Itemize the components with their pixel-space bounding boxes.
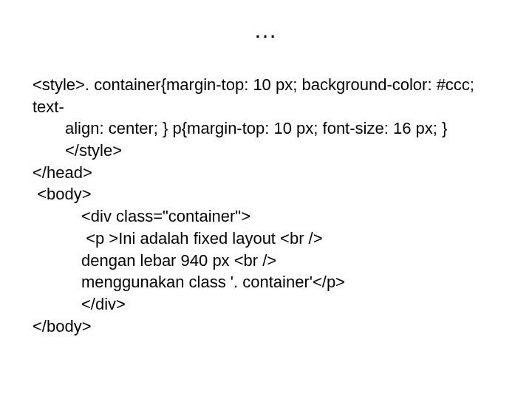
code-line: </body> xyxy=(33,316,499,338)
slide-title: … xyxy=(0,16,532,44)
code-block: <style>. container{margin-top: 10 px; ba… xyxy=(33,74,499,337)
code-line: dengan lebar 940 px <br /> xyxy=(33,250,499,272)
code-line: <p >Ini adalah fixed layout <br /> xyxy=(33,228,499,250)
code-line: </head> xyxy=(33,162,499,184)
code-line: align: center; } p{margin-top: 10 px; fo… xyxy=(33,117,499,161)
code-line: <div class="container"> xyxy=(33,205,499,228)
slide: … <style>. container{margin-top: 10 px; … xyxy=(0,0,532,399)
code-line: menggunakan class '. container'</p> xyxy=(33,271,499,293)
code-line: <style>. container{margin-top: 10 px; ba… xyxy=(33,74,499,117)
code-line: </div> xyxy=(33,293,499,316)
code-line: <body> xyxy=(33,183,499,205)
